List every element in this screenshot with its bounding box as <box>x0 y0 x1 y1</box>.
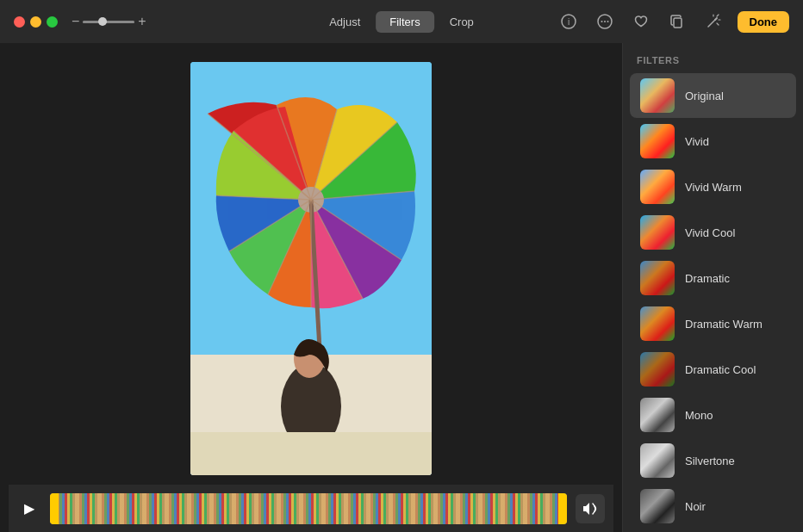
svg-line-12 <box>717 23 719 25</box>
volume-icon <box>582 502 598 516</box>
duplicate-button[interactable] <box>665 9 689 34</box>
filter-label-vivid: Vivid <box>685 135 709 148</box>
filter-item-dramatic-cool[interactable]: Dramatic Cool <box>630 347 796 392</box>
filter-thumb-vivid <box>640 124 675 158</box>
tab-bar: Adjust Filters Crop <box>315 11 488 33</box>
filter-item-dramatic[interactable]: Dramatic <box>630 256 796 300</box>
magic-wand-button[interactable] <box>701 9 725 34</box>
photo-area: ▶ <box>0 43 622 532</box>
filter-item-vivid-cool[interactable]: Vivid Cool <box>630 210 796 255</box>
play-icon: ▶ <box>24 500 34 517</box>
tab-crop[interactable]: Crop <box>436 11 488 33</box>
photo-container <box>9 52 613 485</box>
zoom-minus-icon[interactable]: − <box>72 14 79 29</box>
svg-line-10 <box>717 15 719 16</box>
filter-thumb-dramatic <box>640 261 675 295</box>
timeline-frames <box>50 493 567 524</box>
filter-label-original: Original <box>685 90 724 102</box>
filters-header: FILTERS <box>623 43 803 72</box>
filter-thumb-original <box>640 78 675 113</box>
svg-rect-6 <box>674 18 682 28</box>
info-button[interactable]: i <box>557 9 581 34</box>
filter-thumb-mono <box>640 398 675 432</box>
svg-point-5 <box>607 21 608 22</box>
zoom-slider[interactable] <box>83 21 134 23</box>
svg-rect-31 <box>190 432 432 475</box>
svg-text:i: i <box>567 17 569 27</box>
filter-thumb-vivid-cool <box>640 215 675 250</box>
filter-thumb-dramatic-warm <box>640 306 675 341</box>
more-options-button[interactable] <box>593 9 617 34</box>
tab-adjust[interactable]: Adjust <box>315 11 374 33</box>
titlebar: − + Adjust Filters Crop i <box>0 0 803 43</box>
filter-item-mono[interactable]: Mono <box>630 393 796 437</box>
filter-label-mono: Mono <box>685 409 713 422</box>
filter-thumb-silvertone <box>640 443 675 478</box>
zoom-control: − + <box>72 14 146 29</box>
toolbar-right: i <box>557 9 790 34</box>
filter-label-dramatic: Dramatic <box>685 272 730 285</box>
timeline-handle-left[interactable] <box>50 493 59 524</box>
filter-item-noir[interactable]: Noir <box>630 484 796 529</box>
filter-label-dramatic-cool: Dramatic Cool <box>685 363 756 376</box>
filter-item-vivid[interactable]: Vivid <box>630 119 796 164</box>
filter-label-dramatic-warm: Dramatic Warm <box>685 318 763 331</box>
svg-point-3 <box>601 21 602 22</box>
tab-filters[interactable]: Filters <box>376 11 433 33</box>
svg-point-4 <box>604 21 606 22</box>
close-button[interactable] <box>14 16 25 28</box>
svg-line-7 <box>708 20 715 27</box>
filter-thumb-dramatic-cool <box>640 352 675 387</box>
timeline-bar: ▶ <box>9 485 613 532</box>
filters-sidebar: FILTERS OriginalVividVivid WarmVivid Coo… <box>622 43 803 532</box>
photo-image <box>190 62 432 475</box>
main-content: ▶ FILTERS OriginalVividVivid WarmVivid C… <box>0 43 803 532</box>
filter-item-silvertone[interactable]: Silvertone <box>630 438 796 483</box>
filter-thumb-noir <box>640 489 675 523</box>
filter-label-vivid-cool: Vivid Cool <box>685 226 735 239</box>
volume-button[interactable] <box>576 494 605 523</box>
filters-list: OriginalVividVivid WarmVivid CoolDramati… <box>623 72 803 529</box>
photo-frame <box>190 62 432 475</box>
filter-thumb-vivid-warm <box>640 170 675 204</box>
minimize-button[interactable] <box>30 16 41 28</box>
filter-item-original[interactable]: Original <box>630 73 796 118</box>
filter-item-dramatic-warm[interactable]: Dramatic Warm <box>630 301 796 346</box>
done-button[interactable]: Done <box>738 11 790 33</box>
play-button[interactable]: ▶ <box>17 497 41 521</box>
filter-item-vivid-warm[interactable]: Vivid Warm <box>630 164 796 209</box>
maximize-button[interactable] <box>47 16 58 28</box>
favorites-button[interactable] <box>629 9 653 34</box>
zoom-plus-icon[interactable]: + <box>138 14 146 29</box>
timeline-strip[interactable] <box>50 493 567 524</box>
traffic-lights <box>14 16 58 28</box>
timeline-handle-right[interactable] <box>558 493 567 524</box>
filter-label-noir: Noir <box>685 500 706 513</box>
filter-label-vivid-warm: Vivid Warm <box>685 181 742 194</box>
filter-label-silvertone: Silvertone <box>685 455 735 467</box>
svg-line-8 <box>715 18 717 20</box>
